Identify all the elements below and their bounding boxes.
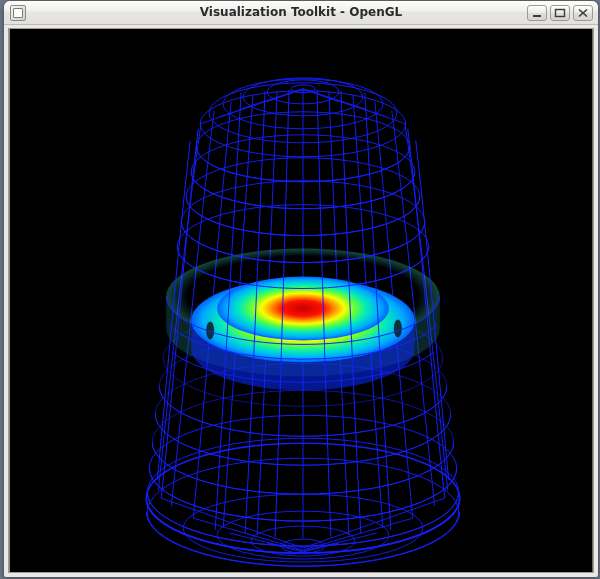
svg-rect-0 [533,15,541,17]
window-title: Visualization Toolkit - OpenGL [4,1,598,24]
window-buttons [527,5,598,21]
maximize-icon [554,8,566,18]
close-icon [577,8,589,18]
svg-point-37 [394,319,402,337]
titlebar[interactable]: Visualization Toolkit - OpenGL [4,1,598,25]
render-surface [9,29,593,572]
maximize-button[interactable] [550,5,570,21]
app-icon [10,5,26,21]
close-button[interactable] [573,5,593,21]
minimize-icon [531,8,543,18]
svg-rect-1 [556,9,565,16]
minimize-button[interactable] [527,5,547,21]
application-window: Visualization Toolkit - OpenGL [3,0,599,578]
opengl-viewport[interactable] [8,28,594,573]
svg-point-35 [217,277,389,341]
